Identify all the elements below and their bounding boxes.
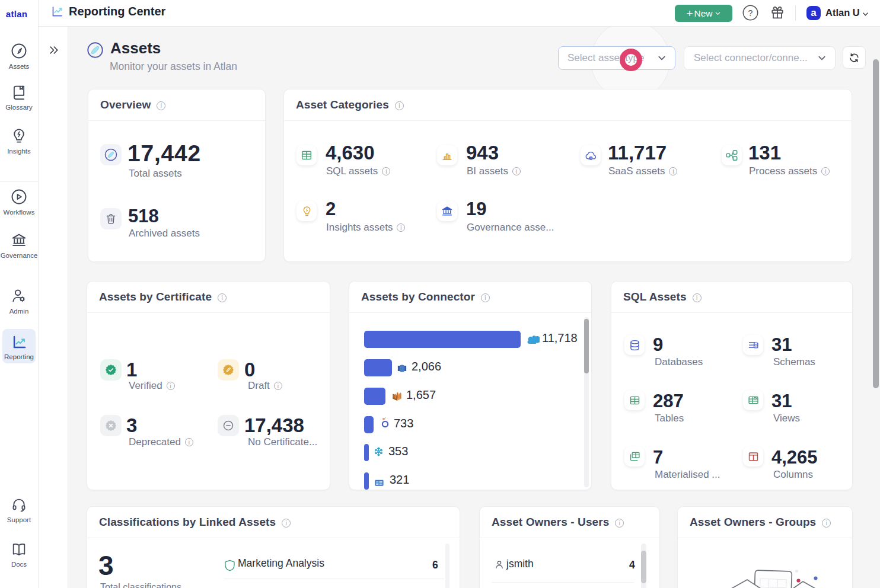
svg-text:?: ? [748, 8, 753, 18]
